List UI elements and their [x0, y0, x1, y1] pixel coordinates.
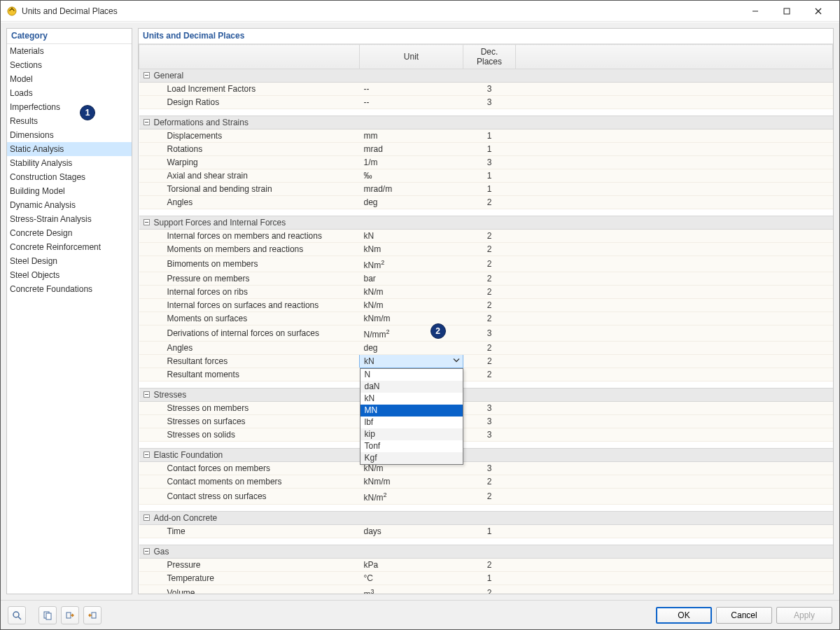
cancel-button[interactable]: Cancel	[716, 607, 772, 624]
dec-places-cell[interactable]: 2	[463, 489, 516, 505]
dec-places-cell[interactable]: 3	[463, 96, 516, 109]
dec-places-cell[interactable]: 1	[463, 130, 516, 143]
col-name[interactable]	[139, 45, 360, 69]
category-item[interactable]: Construction Stages	[7, 170, 132, 184]
unit-cell[interactable]: kN/m	[360, 299, 463, 312]
search-tool-button[interactable]	[8, 606, 26, 624]
dropdown-option[interactable]: Tonf	[360, 440, 463, 452]
unit-cell[interactable]: 1/m	[360, 156, 463, 169]
dec-places-cell[interactable]: 3	[463, 428, 516, 442]
dec-places-cell[interactable]: 1	[463, 169, 516, 183]
category-item[interactable]: Dynamic Analysis	[7, 198, 132, 212]
unit-cell[interactable]: mrad	[360, 143, 463, 156]
category-item[interactable]: Loads	[7, 86, 132, 100]
collapse-icon[interactable]	[144, 451, 150, 458]
category-item[interactable]: Steel Objects	[7, 268, 132, 282]
dropdown-option[interactable]: MN	[360, 405, 463, 416]
copy-tool-button[interactable]	[38, 606, 57, 624]
unit-cell[interactable]: kN	[360, 355, 463, 368]
category-item[interactable]: Dimensions	[7, 128, 132, 142]
maximize-button[interactable]	[771, 1, 802, 21]
group-row[interactable]: Stresses	[139, 388, 833, 402]
ok-button[interactable]: OK	[656, 607, 712, 624]
unit-cell[interactable]: N/mm2	[360, 326, 463, 342]
unit-cell[interactable]: ‰	[360, 169, 463, 183]
category-item[interactable]: Concrete Foundations	[7, 282, 132, 296]
category-item[interactable]: Stability Analysis	[7, 156, 132, 170]
dec-places-cell[interactable]: 2	[463, 272, 516, 286]
dec-places-cell[interactable]: 3	[463, 402, 516, 415]
category-item[interactable]: Concrete Reinforcement	[7, 240, 132, 254]
category-item[interactable]: Static Analysis	[7, 142, 132, 156]
col-unit[interactable]: Unit	[360, 45, 463, 69]
category-item[interactable]: Stress-Strain Analysis	[7, 212, 132, 226]
apply-button[interactable]: Apply	[776, 607, 832, 624]
group-row[interactable]: Elastic Foundation	[139, 449, 833, 462]
collapse-icon[interactable]	[144, 391, 150, 398]
dec-places-cell[interactable]: 2	[463, 230, 516, 243]
unit-cell[interactable]: deg	[360, 196, 463, 209]
category-item[interactable]: Model	[7, 72, 132, 86]
dec-places-cell[interactable]: 3	[463, 156, 516, 169]
group-row[interactable]: Gas	[139, 545, 833, 559]
unit-cell[interactable]: mrad/m	[360, 183, 463, 196]
category-item[interactable]: Concrete Design	[7, 226, 132, 240]
dec-places-cell[interactable]: 2	[463, 355, 516, 368]
unit-cell[interactable]: --	[360, 83, 463, 96]
dropdown-option[interactable]: kip	[360, 428, 463, 440]
group-row[interactable]: General	[139, 69, 833, 83]
collapse-icon[interactable]	[144, 119, 150, 125]
dec-places-cell[interactable]: 2	[463, 342, 516, 355]
unit-cell[interactable]: deg	[360, 342, 463, 355]
group-row[interactable]: Add-on Concrete	[139, 512, 833, 525]
dec-places-cell[interactable]: 2	[463, 559, 516, 572]
unit-cell[interactable]: days	[360, 525, 463, 538]
dec-places-cell[interactable]: 2	[463, 368, 516, 382]
dec-places-cell[interactable]: 2	[463, 196, 516, 209]
dec-places-cell[interactable]: 2	[463, 312, 516, 326]
dropdown-option[interactable]: Kgf	[360, 452, 463, 464]
group-row[interactable]: Deformations and Strains	[139, 116, 833, 130]
dropdown-option[interactable]: daN	[360, 381, 463, 393]
dropdown-option[interactable]: kN	[360, 393, 463, 405]
unit-cell[interactable]: --	[360, 96, 463, 109]
dec-places-cell[interactable]: 1	[463, 525, 516, 538]
category-item[interactable]: Materials	[7, 44, 132, 58]
dropdown-option[interactable]: N	[360, 369, 463, 381]
unit-cell[interactable]: bar	[360, 272, 463, 286]
category-item[interactable]: Steel Design	[7, 254, 132, 268]
dec-places-cell[interactable]: 2	[463, 286, 516, 299]
dec-places-cell[interactable]: 2	[463, 256, 516, 272]
dec-places-cell[interactable]: 3	[463, 83, 516, 96]
category-item[interactable]: Results	[7, 114, 132, 128]
unit-cell[interactable]: kN	[360, 230, 463, 243]
dec-places-cell[interactable]: 3	[463, 462, 516, 475]
unit-cell[interactable]: mm	[360, 130, 463, 143]
collapse-icon[interactable]	[144, 514, 150, 521]
unit-cell[interactable]: kNm	[360, 243, 463, 256]
unit-cell[interactable]: kPa	[360, 559, 463, 572]
grid-scroll[interactable]: Unit Dec. Places GeneralLoad Increment F…	[139, 44, 833, 594]
import-tool-button[interactable]	[61, 606, 79, 624]
collapse-icon[interactable]	[144, 72, 150, 78]
dec-places-cell[interactable]: 3	[463, 326, 516, 342]
export-tool-button[interactable]	[83, 606, 102, 624]
unit-cell[interactable]: °C	[360, 572, 463, 585]
chevron-down-icon[interactable]	[453, 356, 460, 367]
dec-places-cell[interactable]: 1	[463, 572, 516, 585]
dec-places-cell[interactable]: 2	[463, 299, 516, 312]
unit-cell[interactable]: kN/m2	[360, 489, 463, 505]
close-button[interactable]	[802, 1, 834, 21]
group-row[interactable]: Support Forces and Internal Forces	[139, 216, 833, 230]
dec-places-cell[interactable]: 1	[463, 183, 516, 196]
minimize-button[interactable]	[739, 1, 771, 21]
unit-cell[interactable]: kN/m	[360, 286, 463, 299]
dec-places-cell[interactable]: 1	[463, 143, 516, 156]
category-item[interactable]: Sections	[7, 58, 132, 72]
unit-cell[interactable]: kNm2	[360, 256, 463, 272]
category-item[interactable]: Imperfections	[7, 100, 132, 114]
unit-cell[interactable]: kNm/m	[360, 312, 463, 326]
col-dec[interactable]: Dec. Places	[463, 45, 516, 69]
category-item[interactable]: Building Model	[7, 184, 132, 198]
dec-places-cell[interactable]: 2	[463, 475, 516, 489]
